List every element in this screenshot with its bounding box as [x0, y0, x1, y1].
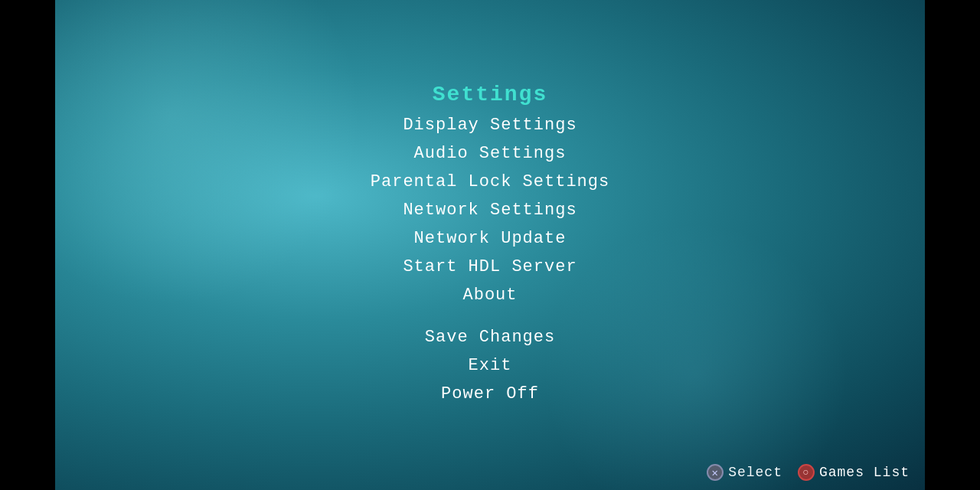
o-symbol: ○: [802, 466, 809, 479]
menu-item-network-settings[interactable]: Network Settings: [371, 196, 609, 224]
o-button-icon: ○: [798, 464, 815, 481]
menu-title: Settings: [433, 83, 547, 106]
x-button-icon: ✕: [707, 464, 724, 481]
menu-item-about[interactable]: About: [371, 281, 609, 309]
menu-item-display-settings[interactable]: Display Settings: [371, 111, 609, 139]
x-symbol: ✕: [711, 466, 718, 479]
menu-item-save-changes[interactable]: Save Changes: [425, 323, 555, 351]
menu-item-network-update[interactable]: Network Update: [371, 224, 609, 253]
menu-items-actions: Save ChangesExitPower Off: [425, 323, 555, 408]
select-label: Select: [728, 465, 782, 480]
select-button[interactable]: ✕ Select: [707, 464, 782, 481]
menu-item-exit[interactable]: Exit: [425, 351, 555, 380]
games-list-label: Games List: [819, 465, 910, 480]
menu-item-audio-settings[interactable]: Audio Settings: [371, 139, 609, 168]
bottom-bar: ✕ Select ○ Games List: [707, 464, 910, 481]
menu-container: Settings Display SettingsAudio SettingsP…: [371, 83, 609, 408]
menu-item-power-off[interactable]: Power Off: [425, 380, 555, 408]
menu-item-parental-lock-settings[interactable]: Parental Lock Settings: [371, 168, 609, 196]
games-list-button[interactable]: ○ Games List: [798, 464, 910, 481]
main-screen: Settings Display SettingsAudio SettingsP…: [55, 0, 925, 490]
menu-items-main: Display SettingsAudio SettingsParental L…: [371, 111, 609, 309]
menu-item-start-hdl-server[interactable]: Start HDL Server: [371, 253, 609, 281]
